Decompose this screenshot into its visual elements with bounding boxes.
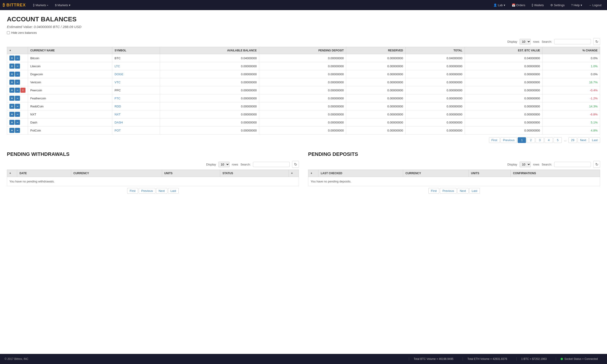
table-row: +−PotCoinPOT0.000000000.000000000.000000… — [7, 127, 600, 134]
col-pending-deposit: PENDING DEPOSIT — [259, 47, 346, 54]
page-btn-1[interactable]: 1 — [518, 137, 526, 143]
info-btn-4[interactable]: i — [20, 88, 26, 93]
withdraw-btn-7[interactable]: − — [15, 112, 20, 117]
currency-name-8: Dash — [28, 118, 112, 127]
deposit-btn-9[interactable]: + — [9, 128, 14, 133]
estimated-value: Estimated Value: 0.04000000 BTC / 288.09… — [7, 25, 600, 29]
table-row: +−ReddCoinRDD0.000000000.000000000.00000… — [7, 102, 600, 110]
d-first-btn[interactable]: First — [428, 188, 439, 194]
d-previous-btn[interactable]: Previous — [440, 188, 457, 194]
currency-symbol-2[interactable]: DOGE — [112, 70, 160, 78]
symbol-link-9[interactable]: POT — [115, 129, 121, 132]
w-display-select[interactable]: 102550 — [218, 162, 230, 167]
deposit-btn-1[interactable]: + — [9, 64, 14, 69]
page-btn-3[interactable]: 3 — [536, 137, 544, 143]
last-page-btn[interactable]: Last — [589, 137, 600, 143]
deposit-btn-0[interactable]: + — [9, 55, 14, 61]
d-refresh-button[interactable]: ↻ — [593, 161, 600, 168]
withdraw-btn-1[interactable]: − — [15, 64, 20, 69]
d-rows-label: rows — [533, 163, 539, 166]
table-row: +−DashDASH0.000000000.000000000.00000000… — [7, 118, 600, 127]
withdrawals-title: PENDING WITHDRAWALS — [7, 151, 299, 157]
d-search-label: Search: — [541, 163, 552, 166]
nav-settings[interactable]: ⚙ Settings — [548, 2, 567, 8]
col-reserved: RESERVED — [346, 47, 405, 54]
d-search-input[interactable] — [554, 162, 591, 167]
w-refresh-button[interactable]: ↻ — [292, 161, 299, 168]
withdraw-btn-8[interactable]: − — [15, 120, 20, 125]
d-display-select[interactable]: 102550 — [519, 162, 531, 167]
pending-9: 0.00000000 — [259, 127, 346, 134]
total-6: 0.00000000 — [405, 102, 465, 110]
deposit-btn-4[interactable]: + — [9, 88, 14, 93]
row-actions-2: +− — [7, 70, 28, 78]
nav-btc-markets[interactable]: ₿ Markets ▾ — [30, 2, 51, 8]
currency-symbol-3[interactable]: VTC — [112, 78, 160, 86]
pending-3: 0.00000000 — [259, 78, 346, 86]
withdraw-btn-0[interactable]: − — [15, 55, 20, 61]
search-input[interactable] — [554, 39, 591, 44]
w-next-btn[interactable]: Next — [156, 188, 167, 194]
first-page-btn[interactable]: First — [489, 137, 500, 143]
row-actions-0: +− — [7, 54, 28, 62]
deposits-pagination: First Previous Next Last — [308, 188, 600, 194]
eth-volume: Total ETH Volume = 42831.8376 — [462, 357, 512, 361]
deposit-btn-3[interactable]: + — [9, 80, 14, 85]
currency-symbol-5[interactable]: FTC — [112, 94, 160, 102]
nav-logout[interactable]: → Logout — [586, 2, 604, 8]
page-btn-4[interactable]: 4 — [544, 137, 553, 143]
nav-wallets[interactable]: ₿ Wallets — [529, 2, 547, 8]
pending-grid: PENDING WITHDRAWALS Display 102550 rows … — [7, 151, 600, 194]
d-next-btn[interactable]: Next — [457, 188, 469, 194]
withdraw-btn-9[interactable]: − — [15, 128, 20, 133]
nav-usd-markets[interactable]: $ Markets ▾ — [52, 2, 73, 8]
symbol-link-2[interactable]: DOGE — [115, 73, 123, 76]
currency-symbol-6[interactable]: RDD — [112, 102, 160, 110]
refresh-button[interactable]: ↻ — [593, 38, 600, 45]
symbol-link-5[interactable]: FTC — [115, 97, 120, 100]
w-last-btn[interactable]: Last — [168, 188, 179, 194]
w-previous-btn[interactable]: Previous — [139, 188, 155, 194]
deposit-btn-2[interactable]: + — [9, 72, 14, 77]
withdraw-btn-4[interactable]: − — [15, 88, 20, 93]
w-search-input[interactable] — [253, 162, 290, 167]
withdraw-btn-5[interactable]: − — [15, 96, 20, 101]
symbol-link-7[interactable]: NXT — [115, 113, 120, 116]
symbol-link-1[interactable]: LTC — [115, 65, 120, 68]
withdraw-btn-6[interactable]: − — [15, 104, 20, 109]
page-btn-2[interactable]: 2 — [527, 137, 535, 143]
total-7: 0.00000000 — [405, 110, 465, 118]
page-btn-5[interactable]: 5 — [554, 137, 562, 143]
symbol-link-8[interactable]: DASH — [115, 121, 123, 124]
symbol-link-6[interactable]: RDD — [115, 105, 121, 108]
deposit-btn-8[interactable]: + — [9, 120, 14, 125]
nav-help[interactable]: ? Help ▾ — [568, 2, 585, 8]
currency-symbol-8[interactable]: DASH — [112, 118, 160, 127]
available-4: 0.00000000 — [160, 86, 259, 94]
hide-zero-checkbox[interactable] — [7, 31, 10, 34]
withdraw-btn-3[interactable]: − — [15, 80, 20, 85]
pending-withdrawals-section: PENDING WITHDRAWALS Display 102550 rows … — [7, 151, 299, 194]
symbol-link-3[interactable]: VTC — [115, 80, 120, 84]
nav-orders[interactable]: 📅 Orders — [509, 2, 528, 8]
next-page-btn[interactable]: Next — [578, 137, 589, 143]
w-first-btn[interactable]: First — [127, 188, 138, 194]
currency-symbol-1[interactable]: LTC — [112, 62, 160, 70]
table-row: +−DogecoinDOGE0.000000000.000000000.0000… — [7, 70, 600, 78]
d-last-btn[interactable]: Last — [469, 188, 480, 194]
currency-symbol-7[interactable]: NXT — [112, 110, 160, 118]
deposit-btn-7[interactable]: + — [9, 112, 14, 117]
page-btn-29[interactable]: 29 — [568, 137, 577, 143]
change-1: 1.0% — [542, 62, 600, 70]
pending-5: 0.00000000 — [259, 94, 346, 102]
previous-page-btn[interactable]: Previous — [501, 137, 517, 143]
withdraw-btn-2[interactable]: − — [15, 72, 20, 77]
deposit-btn-6[interactable]: + — [9, 104, 14, 109]
pending-8: 0.00000000 — [259, 118, 346, 127]
nav-lab[interactable]: 👤 Lab ▾ — [491, 2, 508, 8]
available-6: 0.00000000 — [160, 102, 259, 110]
row-actions-1: +− — [7, 62, 28, 70]
currency-symbol-9[interactable]: POT — [112, 127, 160, 134]
display-select[interactable]: 10 25 50 — [519, 39, 531, 45]
deposit-btn-5[interactable]: + — [9, 96, 14, 101]
